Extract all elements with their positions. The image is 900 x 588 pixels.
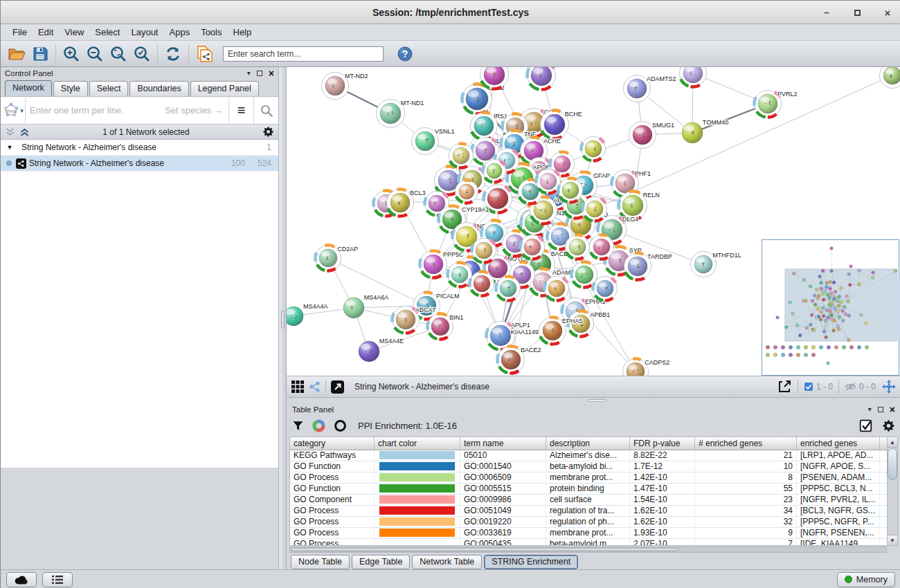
- menu-item-apps[interactable]: Apps: [165, 26, 195, 39]
- tab-network-table[interactable]: Network Table: [412, 555, 482, 569]
- string-search-button[interactable]: [253, 98, 278, 124]
- maximize-icon[interactable]: [851, 6, 863, 19]
- network-node[interactable]: [680, 67, 707, 87]
- float-panel-icon[interactable]: [878, 407, 883, 412]
- grid-view-button[interactable]: [291, 380, 305, 394]
- birds-eye-view[interactable]: [762, 239, 899, 376]
- table-row[interactable]: KEGG Pathways05010Alzheimer's dise...8.8…: [290, 450, 887, 461]
- column-header-description[interactable]: description: [546, 437, 630, 450]
- table-row[interactable]: GO ProcessGO:0051049regulation of tra...…: [290, 506, 887, 517]
- tab-network[interactable]: Network: [5, 80, 52, 96]
- zoom-in-button[interactable]: [60, 43, 83, 65]
- scrollbar-thumb[interactable]: [291, 548, 678, 551]
- network-node[interactable]: CADPS2: [623, 358, 670, 376]
- string-tab-button[interactable]: [309, 380, 321, 393]
- network-node[interactable]: MS4A6A: [343, 294, 388, 318]
- pan-mode-button[interactable]: [881, 379, 897, 394]
- network-node[interactable]: SMUG1: [629, 122, 675, 149]
- tab-string-enrichment[interactable]: STRING Enrichment: [484, 555, 578, 569]
- network-node[interactable]: [590, 235, 614, 259]
- refresh-button[interactable]: [161, 43, 185, 65]
- network-node[interactable]: [456, 181, 478, 203]
- network-list-item[interactable]: String Network - Alzheimer's disease1005…: [1, 156, 278, 172]
- scroll-up-icon[interactable]: ▲: [888, 437, 897, 448]
- network-node[interactable]: [582, 137, 606, 161]
- network-node[interactable]: PVRL2: [755, 91, 798, 118]
- cloud-tasks-button[interactable]: [6, 572, 37, 587]
- network-node[interactable]: [469, 271, 494, 295]
- network-node[interactable]: [558, 178, 582, 202]
- string-query-input[interactable]: [26, 105, 165, 116]
- table-row[interactable]: GO ProcessGO:0033619membrane prot...1.93…: [290, 528, 887, 539]
- network-node[interactable]: [449, 144, 474, 168]
- close-panel-icon[interactable]: ×: [890, 406, 895, 413]
- zoom-fit-button[interactable]: [107, 43, 130, 65]
- network-node[interactable]: [593, 277, 618, 301]
- search-input[interactable]: [223, 46, 384, 62]
- tree-expander-icon[interactable]: ▼: [1, 144, 19, 151]
- open-external-button[interactable]: [330, 380, 345, 394]
- column-header-chart-color[interactable]: chart color: [375, 437, 460, 450]
- column-header-FDR-p-value[interactable]: FDR p-value: [630, 437, 695, 450]
- network-node[interactable]: BCL3: [387, 189, 426, 216]
- horizontal-scrollbar[interactable]: [289, 546, 887, 553]
- table-row[interactable]: GO FunctionGO:0005515protein binding1.47…: [290, 484, 887, 495]
- network-node[interactable]: [583, 197, 607, 221]
- vertical-scrollbar[interactable]: ▲ ▼: [887, 437, 898, 546]
- network-list-item[interactable]: ▼String Network - Alzheimer's disease1: [1, 140, 278, 156]
- expand-all-icon[interactable]: [19, 127, 30, 137]
- network-node[interactable]: BACE2: [498, 347, 541, 374]
- network-node[interactable]: ADAMTS2: [624, 75, 676, 102]
- scroll-down-icon[interactable]: ▼: [888, 535, 897, 545]
- panel-menu-icon[interactable]: ▾: [868, 405, 872, 413]
- float-panel-icon[interactable]: [257, 71, 262, 76]
- zoom-selected-button[interactable]: [130, 43, 154, 65]
- network-node[interactable]: VSNL1: [412, 128, 455, 155]
- menu-item-view[interactable]: View: [60, 26, 89, 39]
- network-node[interactable]: CD2AP: [315, 245, 358, 270]
- tab-select[interactable]: Select: [89, 81, 129, 96]
- network-node[interactable]: MTHFD1L: [691, 252, 741, 277]
- network-node[interactable]: TARDBP: [624, 252, 672, 279]
- close-panel-icon[interactable]: ×: [269, 70, 274, 77]
- help-button[interactable]: ?: [393, 43, 417, 65]
- menu-item-file[interactable]: File: [8, 26, 32, 39]
- tab-node-table[interactable]: Node Table: [291, 555, 350, 569]
- export-network-button[interactable]: [777, 379, 792, 394]
- network-node[interactable]: MT-ND2: [322, 73, 368, 100]
- network-from-file-button[interactable]: [192, 43, 216, 65]
- select-rows-icon[interactable]: [859, 419, 872, 432]
- network-node[interactable]: MT-ND1: [377, 100, 424, 128]
- network-node[interactable]: [483, 160, 506, 183]
- menu-item-select[interactable]: Select: [90, 26, 125, 39]
- table-row[interactable]: GO ProcessGO:0019220regulation of ph...1…: [290, 517, 887, 528]
- zoom-out-button[interactable]: [83, 43, 107, 65]
- menu-item-help[interactable]: Help: [228, 26, 257, 39]
- network-canvas[interactable]: MT-ND2MT-ND1VSNL1GAB2ADAMTS2PVRL2SMUG1TO…: [287, 67, 900, 376]
- panel-menu-icon[interactable]: ▾: [247, 69, 251, 77]
- network-node[interactable]: [545, 277, 569, 301]
- ring-chart-icon[interactable]: [334, 419, 347, 432]
- table-row[interactable]: GO ComponentGO:0009986cell surface1.54E-…: [290, 495, 887, 506]
- network-node[interactable]: [496, 276, 520, 300]
- menu-item-edit[interactable]: Edit: [33, 26, 58, 39]
- chart-donut-icon[interactable]: [312, 419, 325, 432]
- close-icon[interactable]: ×: [881, 6, 894, 19]
- set-species-label[interactable]: Set species →: [165, 105, 228, 116]
- string-options-button[interactable]: ≡: [228, 98, 253, 124]
- scrollbar-thumb[interactable]: [888, 448, 897, 480]
- network-node[interactable]: BCHE: [541, 110, 582, 138]
- network-node[interactable]: [527, 67, 555, 90]
- column-header-enriched-genes[interactable]: enriched genes: [797, 437, 880, 450]
- network-node[interactable]: [472, 239, 496, 263]
- open-session-button[interactable]: [5, 43, 28, 65]
- save-session-button[interactable]: [28, 43, 52, 65]
- table-row[interactable]: GO ProcessGO:0050435beta-amyloid m...2.0…: [290, 539, 887, 546]
- collapse-all-icon[interactable]: [5, 127, 15, 137]
- vertical-splitter[interactable]: [279, 67, 287, 569]
- menu-item-tools[interactable]: Tools: [196, 26, 226, 39]
- network-node[interactable]: TOMM40: [682, 119, 728, 143]
- gear-icon[interactable]: [882, 419, 895, 432]
- minimize-icon[interactable]: –: [820, 6, 833, 19]
- column-header-category[interactable]: category: [290, 437, 375, 450]
